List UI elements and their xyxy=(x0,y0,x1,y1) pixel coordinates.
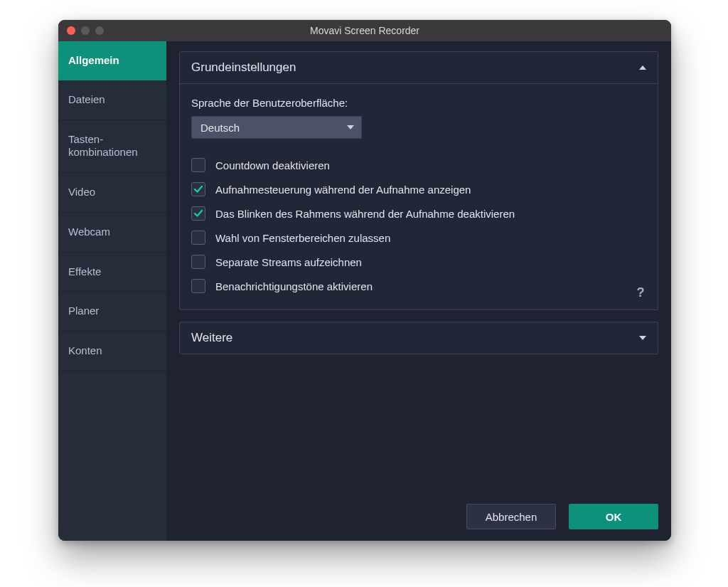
ok-button[interactable]: OK xyxy=(569,504,658,529)
sidebar-item-files[interactable]: Dateien xyxy=(58,80,166,120)
window-title: Movavi Screen Recorder xyxy=(58,25,671,36)
checkbox-separate-streams[interactable] xyxy=(191,255,205,269)
checkbox-notification-sounds[interactable] xyxy=(191,279,205,293)
close-icon[interactable] xyxy=(67,26,75,35)
sidebar: Allgemein Dateien Tasten-kombinationen V… xyxy=(58,41,166,541)
language-label: Sprache der Benutzeroberfläche: xyxy=(191,97,646,109)
sidebar-item-general[interactable]: Allgemein xyxy=(58,41,166,80)
checkbox-row-notification-sounds: Benachrichtigungstöne aktivieren xyxy=(191,274,646,298)
chevron-up-icon xyxy=(639,65,646,70)
sidebar-item-video[interactable]: Video xyxy=(58,173,166,213)
main-content: Grundeinstellungen Sprache der Benutzero… xyxy=(166,41,671,541)
checkbox-frame-blink[interactable] xyxy=(191,206,205,221)
sidebar-item-webcam[interactable]: Webcam xyxy=(58,213,166,253)
checkbox-row-recording-controls: Aufnahmesteuerung während der Aufnahme a… xyxy=(191,177,646,201)
chevron-down-icon xyxy=(639,336,646,340)
sidebar-item-label: Video xyxy=(68,186,95,198)
language-select[interactable]: Deutsch xyxy=(191,116,362,139)
minimize-icon[interactable] xyxy=(81,26,90,35)
sidebar-item-label: Allgemein xyxy=(68,54,119,66)
sidebar-item-label: Planer xyxy=(68,305,99,317)
sidebar-item-label: Tasten-kombinationen xyxy=(68,133,156,160)
sidebar-item-effects[interactable]: Effekte xyxy=(58,253,166,292)
checkbox-row-frame-blink: Das Blinken des Rahmens während der Aufn… xyxy=(191,201,646,226)
sidebar-item-shortcuts[interactable]: Tasten-kombinationen xyxy=(58,120,166,174)
sidebar-item-label: Webcam xyxy=(68,226,110,238)
checkbox-label: Benachrichtigungstöne aktivieren xyxy=(215,280,373,292)
panel-basic-settings: Grundeinstellungen Sprache der Benutzero… xyxy=(179,51,658,310)
button-label: OK xyxy=(606,511,622,523)
button-label: Abbrechen xyxy=(486,511,537,523)
checkbox-window-areas[interactable] xyxy=(191,231,205,245)
checkbox-label: Das Blinken des Rahmens während der Aufn… xyxy=(215,208,515,220)
panel-title: Grundeinstellungen xyxy=(191,60,296,75)
titlebar: Movavi Screen Recorder xyxy=(58,20,671,41)
panel-title: Weitere xyxy=(191,331,232,345)
checkbox-row-separate-streams: Separate Streams aufzeichnen xyxy=(191,250,646,274)
help-icon[interactable]: ? xyxy=(633,285,648,300)
checkbox-recording-controls[interactable] xyxy=(191,182,205,196)
checkbox-label: Separate Streams aufzeichnen xyxy=(215,256,362,268)
maximize-icon[interactable] xyxy=(95,26,104,35)
panel-more-header[interactable]: Weitere xyxy=(180,322,658,354)
checkbox-row-countdown: Countdown deaktivieren xyxy=(191,153,646,177)
chevron-down-icon xyxy=(347,125,354,129)
panel-more: Weitere xyxy=(179,322,658,354)
sidebar-item-label: Konten xyxy=(68,344,102,356)
checkbox-label: Countdown deaktivieren xyxy=(215,159,330,171)
sidebar-item-label: Effekte xyxy=(68,265,101,277)
panel-basic-body: Sprache der Benutzeroberfläche: Deutsch … xyxy=(180,84,658,310)
checkbox-row-window-areas: Wahl von Fensterbereichen zulassen xyxy=(191,226,646,250)
panel-basic-header[interactable]: Grundeinstellungen xyxy=(180,52,658,84)
checkbox-label: Wahl von Fensterbereichen zulassen xyxy=(215,232,390,244)
language-value: Deutsch xyxy=(200,122,240,134)
sidebar-item-scheduler[interactable]: Planer xyxy=(58,292,166,332)
sidebar-item-label: Dateien xyxy=(68,93,105,105)
cancel-button[interactable]: Abbrechen xyxy=(466,504,556,529)
dialog-footer: Abbrechen OK xyxy=(179,497,658,529)
sidebar-item-accounts[interactable]: Konten xyxy=(58,332,166,371)
settings-window: Movavi Screen Recorder Allgemein Dateien… xyxy=(58,20,671,541)
checkbox-label: Aufnahmesteuerung während der Aufnahme a… xyxy=(215,184,471,196)
window-body: Allgemein Dateien Tasten-kombinationen V… xyxy=(58,41,671,541)
window-controls xyxy=(58,26,104,35)
checkbox-countdown[interactable] xyxy=(191,158,205,172)
